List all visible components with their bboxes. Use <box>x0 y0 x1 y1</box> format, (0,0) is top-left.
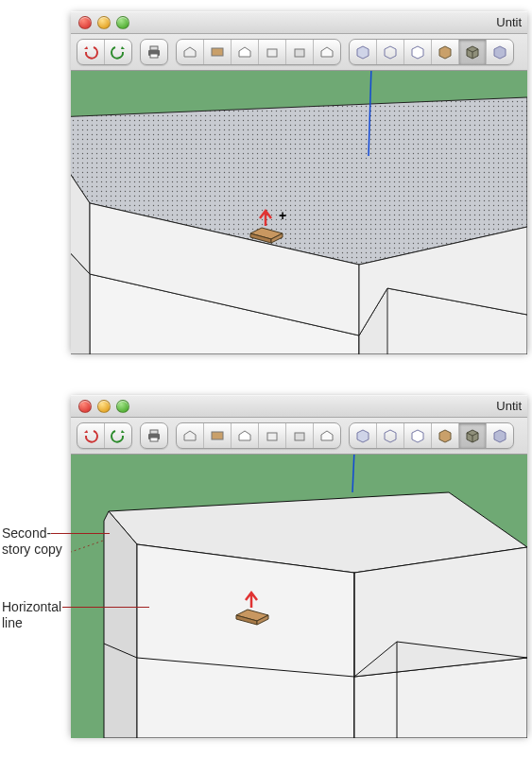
leader-line <box>51 533 110 534</box>
style-shaded-button[interactable] <box>432 423 459 448</box>
minimize-icon[interactable] <box>97 400 111 413</box>
svg-rect-25 <box>212 432 223 439</box>
cube-shaded-icon <box>437 43 454 60</box>
undo-redo-group <box>77 422 132 449</box>
cube-xray-icon <box>354 427 371 444</box>
house-front-icon <box>236 427 253 444</box>
traffic-lights <box>78 16 129 29</box>
close-icon[interactable] <box>78 16 92 29</box>
cube-hidden-icon <box>409 43 426 60</box>
window-titlebar: Untit <box>71 11 527 34</box>
model-viewport-2[interactable] <box>71 455 527 738</box>
redo-icon <box>110 427 127 444</box>
view-back-button[interactable] <box>286 40 314 64</box>
print-group <box>140 422 168 449</box>
screenshot-panel-2: Untit <box>71 395 527 735</box>
svg-rect-1 <box>150 46 158 50</box>
face-styles-group <box>349 422 514 449</box>
svg-rect-23 <box>150 430 158 434</box>
callout-text: story copy <box>2 542 62 557</box>
redo-icon <box>110 43 127 60</box>
house-iso-icon <box>181 43 198 60</box>
view-right-button[interactable] <box>259 423 286 448</box>
callout-text: line <box>2 615 23 630</box>
redo-button[interactable] <box>105 40 131 64</box>
printer-icon <box>146 43 163 60</box>
undo-icon <box>82 427 99 444</box>
cube-tex-icon <box>464 427 481 444</box>
view-iso-button[interactable] <box>177 40 204 64</box>
svg-marker-31 <box>104 511 137 738</box>
cube-tex-icon <box>464 43 481 60</box>
style-shaded-button[interactable] <box>432 40 459 64</box>
house-back-icon <box>291 427 308 444</box>
view-left-button[interactable] <box>314 423 340 448</box>
callout-horizontal-line: Horizontal line <box>2 599 61 631</box>
print-button[interactable] <box>141 40 167 64</box>
svg-rect-3 <box>212 48 223 56</box>
window-title: Untit <box>496 15 522 29</box>
cube-wire-icon <box>382 43 399 60</box>
svg-rect-4 <box>267 49 277 57</box>
cube-hidden-icon <box>409 427 426 444</box>
view-iso-button[interactable] <box>177 423 204 448</box>
style-xray-button[interactable] <box>350 423 377 448</box>
view-front-button[interactable] <box>232 423 259 448</box>
standard-views-group <box>176 422 341 449</box>
cube-wire-icon <box>382 427 399 444</box>
window-titlebar: Untit <box>71 395 527 418</box>
cube-shaded-icon <box>437 427 454 444</box>
undo-button[interactable] <box>77 423 105 448</box>
callout-second-story: Second- story copy <box>2 525 62 558</box>
style-wire-button[interactable] <box>377 423 404 448</box>
app-toolbar <box>71 34 527 71</box>
screenshot-panel-1: Untit <box>71 11 527 352</box>
zoom-icon[interactable] <box>116 400 129 413</box>
view-top-button[interactable] <box>204 423 232 448</box>
style-wire-button[interactable] <box>377 40 404 64</box>
style-shaded-tex-button[interactable] <box>459 40 487 64</box>
app-toolbar <box>71 418 527 455</box>
house-back-icon <box>291 43 308 60</box>
svg-line-29 <box>352 455 354 492</box>
view-top-button[interactable] <box>204 40 232 64</box>
view-left-button[interactable] <box>314 40 340 64</box>
redo-button[interactable] <box>105 423 131 448</box>
model-viewport-1[interactable]: + <box>71 71 527 354</box>
cube-mono-icon <box>491 427 508 444</box>
minimize-icon[interactable] <box>97 16 111 29</box>
view-back-button[interactable] <box>286 423 314 448</box>
undo-button[interactable] <box>77 40 105 64</box>
house-left-icon <box>318 43 335 60</box>
style-shaded-tex-button[interactable] <box>459 423 487 448</box>
style-xray-button[interactable] <box>350 40 377 64</box>
style-hidden-button[interactable] <box>404 423 432 448</box>
close-icon[interactable] <box>78 400 92 413</box>
print-group <box>140 39 168 65</box>
house-right-icon <box>264 43 281 60</box>
style-hidden-button[interactable] <box>404 40 432 64</box>
view-front-button[interactable] <box>232 40 259 64</box>
zoom-icon[interactable] <box>116 16 129 29</box>
house-top-icon <box>209 427 226 444</box>
svg-text:+: + <box>279 208 286 223</box>
house-iso-icon <box>181 427 198 444</box>
face-styles-group <box>349 39 514 65</box>
svg-rect-26 <box>267 433 277 440</box>
print-button[interactable] <box>141 423 167 448</box>
view-right-button[interactable] <box>259 40 286 64</box>
window-title: Untit <box>496 399 522 413</box>
cube-xray-icon <box>354 43 371 60</box>
house-right-icon <box>264 427 281 444</box>
style-mono-button[interactable] <box>487 40 513 64</box>
svg-rect-27 <box>295 433 304 440</box>
house-top-icon <box>209 43 226 60</box>
traffic-lights <box>78 400 129 413</box>
standard-views-group <box>176 39 341 65</box>
style-mono-button[interactable] <box>487 423 513 448</box>
house-front-icon <box>236 43 253 60</box>
leader-line <box>62 607 149 608</box>
undo-redo-group <box>77 39 132 65</box>
callout-text: Second- <box>2 525 51 541</box>
svg-rect-2 <box>150 54 158 58</box>
